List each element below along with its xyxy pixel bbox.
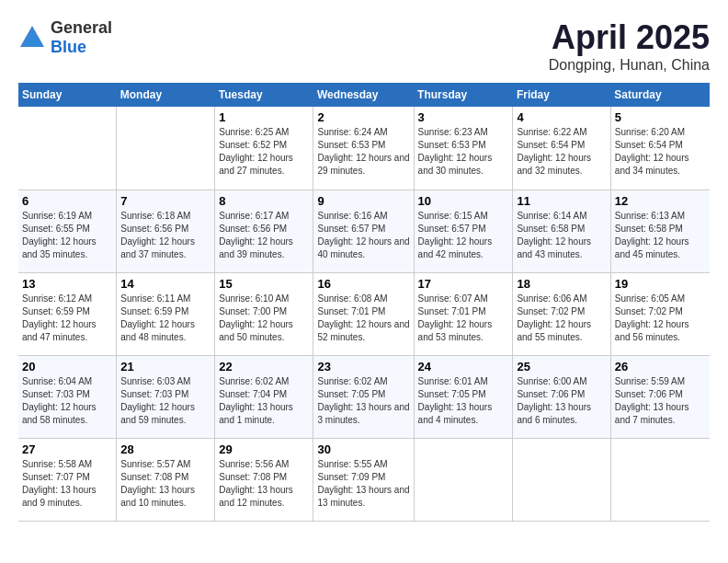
day-info: Sunrise: 6:06 AMSunset: 7:02 PMDaylight:… — [517, 293, 606, 344]
day-number: 15 — [219, 277, 309, 291]
day-number: 29 — [219, 442, 309, 456]
day-number: 4 — [517, 110, 606, 124]
logo: General Blue — [18, 18, 112, 57]
day-info: Sunrise: 6:10 AMSunset: 7:00 PMDaylight:… — [219, 293, 309, 344]
day-number: 19 — [615, 277, 706, 291]
day-info: Sunrise: 6:03 AMSunset: 7:03 PMDaylight:… — [120, 375, 210, 427]
week-row-3: 13Sunrise: 6:12 AMSunset: 6:59 PMDayligh… — [18, 272, 710, 355]
calendar-cell: 5Sunrise: 6:20 AMSunset: 6:54 PMDaylight… — [610, 107, 710, 190]
col-wednesday: Wednesday — [313, 83, 414, 107]
day-number: 17 — [418, 277, 509, 291]
day-info: Sunrise: 5:56 AMSunset: 7:08 PMDaylight:… — [219, 458, 309, 510]
day-info: Sunrise: 6:20 AMSunset: 6:54 PMDaylight:… — [615, 126, 706, 178]
day-number: 23 — [317, 360, 409, 373]
day-info: Sunrise: 6:25 AMSunset: 6:52 PMDaylight:… — [219, 126, 309, 178]
calendar-table: Sunday Monday Tuesday Wednesday Thursday… — [18, 83, 710, 522]
calendar-cell: 8Sunrise: 6:17 AMSunset: 6:56 PMDaylight… — [215, 190, 313, 272]
calendar-cell: 15Sunrise: 6:10 AMSunset: 7:00 PMDayligh… — [215, 272, 313, 355]
calendar-cell: 10Sunrise: 6:15 AMSunset: 6:57 PMDayligh… — [414, 190, 513, 272]
day-number: 14 — [120, 277, 210, 291]
calendar-cell: 16Sunrise: 6:08 AMSunset: 7:01 PMDayligh… — [313, 272, 414, 355]
day-number: 9 — [317, 194, 409, 208]
day-info: Sunrise: 6:00 AMSunset: 7:06 PMDaylight:… — [517, 375, 606, 427]
day-info: Sunrise: 6:02 AMSunset: 7:04 PMDaylight:… — [219, 375, 309, 427]
day-info: Sunrise: 6:19 AMSunset: 6:55 PMDaylight:… — [22, 210, 112, 261]
day-info: Sunrise: 6:13 AMSunset: 6:58 PMDaylight:… — [615, 210, 706, 261]
calendar-cell — [117, 107, 215, 190]
calendar-cell: 27Sunrise: 5:58 AMSunset: 7:07 PMDayligh… — [18, 438, 117, 521]
calendar-cell: 13Sunrise: 6:12 AMSunset: 6:59 PMDayligh… — [18, 272, 117, 355]
calendar-cell: 22Sunrise: 6:02 AMSunset: 7:04 PMDayligh… — [215, 355, 313, 438]
page-header: General Blue April 2025 Dongping, Hunan,… — [18, 18, 710, 74]
calendar-cell: 19Sunrise: 6:05 AMSunset: 7:02 PMDayligh… — [610, 272, 710, 355]
calendar-cell: 7Sunrise: 6:18 AMSunset: 6:56 PMDaylight… — [117, 190, 215, 272]
col-monday: Monday — [117, 83, 215, 107]
day-info: Sunrise: 6:12 AMSunset: 6:59 PMDaylight:… — [22, 293, 112, 344]
calendar-body: 1Sunrise: 6:25 AMSunset: 6:52 PMDaylight… — [18, 107, 710, 521]
day-number: 25 — [517, 360, 606, 373]
calendar-cell: 11Sunrise: 6:14 AMSunset: 6:58 PMDayligh… — [513, 190, 610, 272]
calendar-cell — [18, 107, 117, 190]
calendar-cell: 6Sunrise: 6:19 AMSunset: 6:55 PMDaylight… — [18, 190, 117, 272]
day-number: 20 — [22, 360, 112, 373]
day-info: Sunrise: 6:08 AMSunset: 7:01 PMDaylight:… — [317, 293, 409, 344]
day-info: Sunrise: 6:17 AMSunset: 6:56 PMDaylight:… — [219, 210, 309, 261]
day-number: 21 — [120, 360, 210, 373]
calendar-cell — [513, 438, 610, 521]
day-info: Sunrise: 5:55 AMSunset: 7:09 PMDaylight:… — [317, 458, 409, 510]
week-row-2: 6Sunrise: 6:19 AMSunset: 6:55 PMDaylight… — [18, 190, 710, 272]
day-number: 5 — [615, 110, 706, 124]
day-info: Sunrise: 5:59 AMSunset: 7:06 PMDaylight:… — [615, 375, 706, 427]
day-number: 24 — [418, 360, 509, 373]
calendar-cell: 12Sunrise: 6:13 AMSunset: 6:58 PMDayligh… — [610, 190, 710, 272]
day-info: Sunrise: 6:16 AMSunset: 6:57 PMDaylight:… — [317, 210, 409, 261]
day-number: 27 — [22, 442, 112, 456]
calendar-cell: 14Sunrise: 6:11 AMSunset: 6:59 PMDayligh… — [117, 272, 215, 355]
calendar-cell — [414, 438, 513, 521]
day-number: 2 — [317, 110, 409, 124]
day-number: 22 — [219, 360, 309, 373]
day-number: 16 — [317, 277, 409, 291]
day-info: Sunrise: 6:23 AMSunset: 6:53 PMDaylight:… — [418, 126, 509, 178]
logo-icon — [18, 24, 46, 52]
day-info: Sunrise: 6:02 AMSunset: 7:05 PMDaylight:… — [317, 375, 409, 427]
day-number: 8 — [219, 194, 309, 208]
title-area: April 2025 Dongping, Hunan, China — [549, 18, 710, 74]
col-sunday: Sunday — [18, 83, 117, 107]
calendar-cell: 23Sunrise: 6:02 AMSunset: 7:05 PMDayligh… — [313, 355, 414, 438]
day-number: 10 — [418, 194, 509, 208]
calendar-cell: 26Sunrise: 5:59 AMSunset: 7:06 PMDayligh… — [610, 355, 710, 438]
calendar-cell: 21Sunrise: 6:03 AMSunset: 7:03 PMDayligh… — [117, 355, 215, 438]
month-title: April 2025 — [549, 18, 710, 57]
calendar-cell: 25Sunrise: 6:00 AMSunset: 7:06 PMDayligh… — [513, 355, 610, 438]
day-number: 11 — [517, 194, 606, 208]
day-number: 3 — [418, 110, 509, 124]
day-number: 18 — [517, 277, 606, 291]
day-number: 12 — [615, 194, 706, 208]
calendar-cell: 30Sunrise: 5:55 AMSunset: 7:09 PMDayligh… — [313, 438, 414, 521]
logo-general-text: General — [51, 18, 112, 38]
logo-text: General Blue — [51, 18, 112, 57]
day-info: Sunrise: 5:57 AMSunset: 7:08 PMDaylight:… — [120, 458, 210, 510]
calendar-cell: 28Sunrise: 5:57 AMSunset: 7:08 PMDayligh… — [117, 438, 215, 521]
day-info: Sunrise: 6:24 AMSunset: 6:53 PMDaylight:… — [317, 126, 409, 178]
day-info: Sunrise: 6:22 AMSunset: 6:54 PMDaylight:… — [517, 126, 606, 178]
location: Dongping, Hunan, China — [549, 57, 710, 74]
day-info: Sunrise: 6:01 AMSunset: 7:05 PMDaylight:… — [418, 375, 509, 427]
calendar-cell: 24Sunrise: 6:01 AMSunset: 7:05 PMDayligh… — [414, 355, 513, 438]
day-info: Sunrise: 6:11 AMSunset: 6:59 PMDaylight:… — [120, 293, 210, 344]
day-info: Sunrise: 6:15 AMSunset: 6:57 PMDaylight:… — [418, 210, 509, 261]
calendar-cell: 3Sunrise: 6:23 AMSunset: 6:53 PMDaylight… — [414, 107, 513, 190]
week-row-1: 1Sunrise: 6:25 AMSunset: 6:52 PMDaylight… — [18, 107, 710, 190]
calendar-cell: 29Sunrise: 5:56 AMSunset: 7:08 PMDayligh… — [215, 438, 313, 521]
day-number: 26 — [615, 360, 706, 373]
day-info: Sunrise: 6:14 AMSunset: 6:58 PMDaylight:… — [517, 210, 606, 261]
day-number: 28 — [120, 442, 210, 456]
col-saturday: Saturday — [610, 83, 710, 107]
calendar-cell: 20Sunrise: 6:04 AMSunset: 7:03 PMDayligh… — [18, 355, 117, 438]
col-thursday: Thursday — [414, 83, 513, 107]
calendar-cell — [610, 438, 710, 521]
day-info: Sunrise: 5:58 AMSunset: 7:07 PMDaylight:… — [22, 458, 112, 510]
day-number: 7 — [120, 194, 210, 208]
calendar-cell: 1Sunrise: 6:25 AMSunset: 6:52 PMDaylight… — [215, 107, 313, 190]
